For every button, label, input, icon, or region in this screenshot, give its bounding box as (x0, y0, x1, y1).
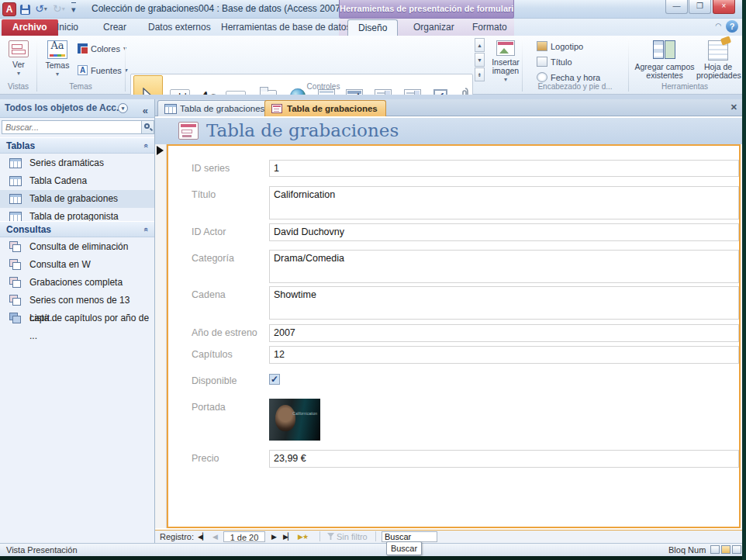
search-icon (144, 123, 150, 129)
themes-icon: Aa (47, 40, 67, 59)
undo-button[interactable]: ↺▾ (35, 2, 47, 16)
logotipo-button[interactable]: Logotipo (537, 41, 583, 51)
tab-inicio[interactable]: Inicio (47, 19, 88, 36)
gallery-scroll-down[interactable]: ▼ (475, 53, 485, 67)
field-titulo[interactable]: Californication (269, 186, 739, 220)
nav-item-lista-de-capitulos[interactable]: Lista de capítulos por año de ... (0, 309, 154, 327)
table-icon (9, 194, 22, 204)
record-position-box[interactable]: 1 de 20 (223, 531, 265, 542)
logo-icon (537, 41, 547, 51)
agregar-campos-button[interactable]: Agregar campos existentes (634, 40, 695, 80)
query-icon (9, 259, 22, 270)
collapse-pane-icon[interactable]: « (143, 102, 148, 119)
status-view-label: Vista Presentación (6, 545, 78, 555)
field-precio[interactable]: 23,99 € (269, 450, 739, 468)
temas-button[interactable]: Aa Temas ▾ (43, 40, 71, 78)
nav-item-tabla-de-grabaciones[interactable]: Tabla de grabaciones (0, 190, 154, 208)
close-button[interactable]: × (713, 0, 735, 14)
form-view-icon[interactable] (710, 545, 720, 554)
field-disponible-checkbox[interactable]: ✓ (269, 374, 280, 385)
field-portada-image[interactable]: Californication (269, 399, 320, 441)
field-capitulos[interactable]: 12 (269, 346, 739, 364)
doc-tab-tabla-form[interactable]: Tabla de grabaciones (264, 100, 386, 116)
fecha-hora-button[interactable]: Fecha y hora (537, 72, 600, 82)
tab-formato[interactable]: Formato (462, 19, 517, 36)
field-id-series[interactable]: 1 (269, 160, 739, 177)
save-button[interactable] (20, 2, 30, 16)
field-id-actor[interactable]: David Duchovny (269, 223, 739, 241)
nav-pane-menu-icon[interactable]: ▾ (118, 103, 128, 113)
divider (319, 531, 320, 541)
maximize-button[interactable]: ❐ (689, 0, 711, 14)
first-record-button[interactable]: ◀▏ (198, 531, 207, 542)
form-layout-view: Tabla de grabaciones ID series 1 Título … (155, 116, 742, 530)
hoja-propiedades-button[interactable]: Hoja de propiedades (696, 40, 740, 80)
table-icon (9, 176, 22, 186)
minimize-button[interactable]: — (665, 0, 688, 14)
nav-item-consulta-de-eliminacion[interactable]: Consulta de eliminación (0, 238, 154, 256)
status-bar: Vista Presentación Bloq Num (0, 543, 742, 556)
tab-herramientas-bd[interactable]: Herramientas de base de datos (211, 19, 361, 36)
table-icon (164, 104, 177, 114)
query-icon (9, 295, 22, 306)
new-record-button[interactable]: ▶★ (298, 531, 308, 542)
doc-tab-tabla-datasheet[interactable]: Tabla de grabaciones (157, 100, 273, 116)
nav-item-series-dramaticas[interactable]: Series dramáticas (0, 154, 154, 172)
nav-item-series-con-menos[interactable]: Series con menos de 13 capít... (0, 292, 154, 309)
tab-datos-externos[interactable]: Datos externos (138, 19, 221, 36)
form-header-band: Tabla de grabaciones (155, 118, 742, 144)
group-header-tablas[interactable]: Tablas « (0, 137, 154, 154)
current-record-arrow-icon (157, 146, 164, 155)
ribbon: Ver ▾ Vistas Aa Temas ▾ Colores ▾ A Fuen… (0, 36, 742, 95)
divider (375, 531, 376, 541)
window-title: Colección de grabaciones004 : Base de da… (92, 3, 344, 14)
field-categoria[interactable]: Drama/Comedia (269, 250, 739, 283)
group-header-consultas[interactable]: Consultas « (0, 221, 154, 237)
ribbon-collapse-icon[interactable]: ◠ (715, 22, 721, 29)
layout-view-icon[interactable] (721, 545, 730, 554)
insertar-imagen-button[interactable]: Insertar imagen ▾ (490, 40, 521, 84)
fonts-icon: A (78, 65, 88, 75)
tab-crear[interactable]: Crear (93, 19, 136, 36)
insert-image-icon (496, 40, 515, 56)
document-tab-row: Tabla de grabaciones Tabla de grabacione… (155, 99, 742, 116)
group-label-temas: Temas (36, 82, 125, 91)
close-document-icon[interactable]: ✕ (730, 102, 737, 112)
fuentes-button[interactable]: A Fuentes ▾ (78, 65, 128, 75)
nav-item-grabaciones-completa[interactable]: Grabaciones completa (0, 274, 154, 292)
qat-customize-button[interactable]: ▾ (71, 2, 76, 16)
nav-item-consulta-en-w[interactable]: Consulta en W (0, 256, 154, 274)
design-view-icon[interactable] (732, 545, 741, 554)
last-record-button[interactable]: ▶▏ (283, 531, 292, 542)
record-search-input[interactable] (382, 531, 437, 542)
filter-status[interactable]: Sin filtro (327, 531, 368, 542)
form-icon (271, 104, 282, 113)
previous-record-button[interactable]: ◀ (212, 531, 217, 542)
tab-diseno[interactable]: Diseño (347, 19, 398, 36)
desktop-edge-bottom (0, 556, 746, 560)
search-input[interactable] (2, 120, 142, 134)
field-cadena[interactable]: Showtime (269, 286, 739, 320)
nav-pane-header[interactable]: Todos los objetos de Acc... ▾ « (0, 99, 154, 118)
nav-item-tabla-cadena[interactable]: Tabla Cadena (0, 172, 154, 190)
field-ano-estreno[interactable]: 2007 (269, 324, 739, 342)
view-icon (9, 40, 29, 57)
redo-button[interactable]: ↻▾ (53, 2, 65, 16)
ver-button[interactable]: Ver ▾ (6, 40, 31, 78)
field-label-cadena: Cadena (192, 289, 226, 300)
record-selector-bar[interactable] (155, 144, 167, 528)
field-label-ano-estreno: Año de estreno (192, 327, 257, 338)
record-navigator: Registro: ◀▏ ◀ 1 de 20 ▶ ▶▏ ▶★ Sin filtr… (155, 530, 742, 543)
tab-organizar[interactable]: Organizar (403, 19, 465, 36)
field-label-categoria: Categoría (192, 253, 234, 264)
navigation-pane: Todos los objetos de Acc... ▾ « Tablas «… (0, 99, 155, 543)
gallery-scroll-up[interactable]: ▲ (475, 38, 485, 52)
next-record-button[interactable]: ▶ (271, 531, 276, 542)
help-icon[interactable]: ? (726, 20, 738, 33)
colores-button[interactable]: Colores ▾ (78, 43, 126, 54)
gallery-more-button[interactable]: ⇟ (475, 67, 485, 81)
access-app-icon[interactable]: A (2, 2, 16, 16)
save-icon (20, 5, 30, 15)
search-button[interactable] (142, 120, 154, 134)
titulo-button[interactable]: Título (537, 57, 572, 67)
